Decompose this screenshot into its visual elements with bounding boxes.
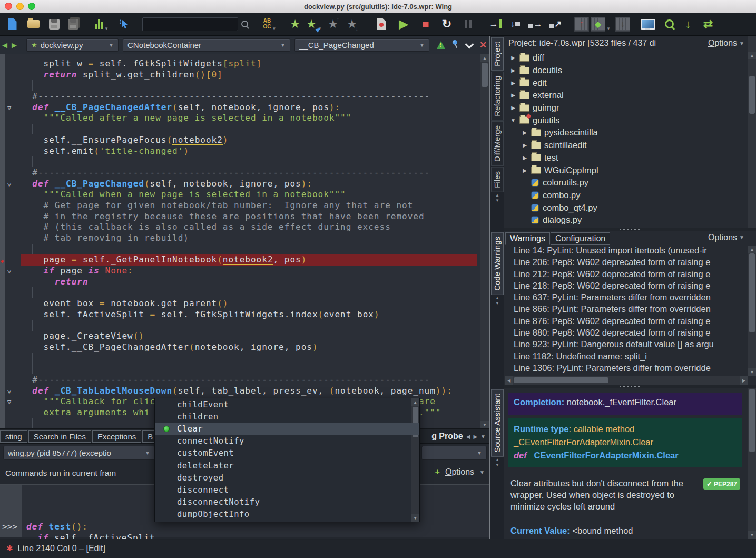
scroll-down-icon[interactable]: ▼ (748, 531, 756, 539)
code-line[interactable] (21, 80, 477, 91)
frame-up-icon[interactable]: ↑ (574, 16, 590, 33)
expand-arrow-icon[interactable]: ▶ (521, 130, 528, 135)
editor-scrollbar-thumb[interactable] (482, 63, 488, 87)
dock-tab-project[interactable]: Project (491, 37, 504, 71)
completion-item[interactable]: deleteLater (155, 459, 419, 472)
code-line[interactable]: self.emit('title-changed') (21, 146, 477, 157)
warning-item[interactable]: Line 923: PyLint: Dangerous default valu… (505, 339, 748, 351)
warning-item[interactable]: Line 880: Pep8: W602 deprecated form of … (505, 328, 748, 339)
dock-tab-diff-merge[interactable]: Diff/Merge (491, 121, 504, 166)
fold-marker-icon[interactable]: ▽ (7, 179, 11, 190)
expand-arrow-icon[interactable]: ▶ (509, 55, 517, 61)
warning-item[interactable]: Line 218: Pep8: W602 deprecated form of … (505, 281, 748, 292)
step-out-icon[interactable]: → (527, 16, 543, 33)
add-icon[interactable]: + (435, 467, 440, 477)
toolbar-search-input[interactable] (142, 17, 238, 31)
runtime-type-link2[interactable]: _CEventFilterForAdapterMixin.Clear (514, 437, 653, 447)
tree-item[interactable]: ▶docutils (504, 64, 748, 77)
debug-target-dropdown[interactable]: wing.py (pid 85777) (exceptio ▼ (3, 446, 155, 460)
save-icon[interactable] (46, 16, 62, 33)
code-line[interactable]: # (this callback is also called as a sid… (21, 222, 477, 233)
completion-item[interactable]: Clear (155, 423, 419, 435)
code-line[interactable]: # tab removing in rebuild) (21, 233, 477, 244)
debug-console-icon[interactable] (640, 16, 656, 33)
collapse-icon[interactable] (465, 40, 474, 48)
completion-item[interactable]: childEvent (155, 398, 419, 410)
step-over-icon[interactable]: ↓ (507, 16, 523, 33)
expand-arrow-icon[interactable]: ▶ (521, 155, 528, 161)
tree-item[interactable]: ▶external (504, 89, 748, 102)
open-folder-icon[interactable] (25, 16, 41, 33)
expand-arrow-icon[interactable]: ▶ (509, 92, 517, 98)
expand-arrow-icon[interactable]: ▼ (509, 118, 517, 123)
warning-item[interactable]: Line 206: Pep8: W602 deprecated form of … (505, 257, 748, 269)
expand-arrow-icon[interactable]: ▶ (521, 142, 528, 148)
bug-icon[interactable]: ✱ (6, 544, 13, 553)
step-into-icon[interactable]: → (487, 16, 503, 33)
frame-down-icon[interactable]: ↓ (615, 16, 631, 33)
code-line[interactable]: split_w = self._fGtkSplitWidgets[split] (21, 58, 477, 70)
tree-item[interactable]: ▶guimgr (504, 102, 748, 114)
code-line[interactable]: self.__CB_PageChangedAfter(notebook, ign… (21, 342, 477, 353)
close-icon[interactable]: ✕ (479, 41, 487, 50)
code-line[interactable] (21, 244, 477, 255)
code-line[interactable]: # in the registry because these are posi… (21, 211, 477, 222)
debug-file-icon[interactable] (374, 16, 389, 33)
assistant-scrollbar[interactable]: ▼ (748, 388, 756, 539)
warnings-scrollbar-thumb[interactable] (749, 253, 755, 332)
bookmark-next-icon[interactable]: ★↓ (344, 16, 360, 33)
tab-overflow-arrows[interactable]: ▲▼ (495, 193, 499, 203)
code-line[interactable] (21, 320, 477, 331)
code-line[interactable] (21, 124, 477, 135)
scroll-up-icon[interactable]: ▲ (480, 54, 489, 62)
back-icon[interactable]: ◀ (0, 42, 9, 48)
fold-marker-icon[interactable]: ▽ (7, 386, 11, 397)
breakpoint-icon[interactable]: ◆ (1, 256, 4, 267)
code-line[interactable]: ▽ def __CB_PageChangedAfter(self, notebo… (21, 102, 477, 113)
bookmark-add-icon[interactable]: ★ (287, 16, 303, 33)
profiler-icon[interactable]: ▼ (94, 16, 110, 33)
tab-overflow-arrows[interactable]: ▲▼ (495, 457, 499, 468)
goto-line-icon[interactable]: ↓ (680, 16, 696, 33)
code-line[interactable]: return split_w.get_children()[0] (21, 70, 477, 81)
completion-item[interactable]: disconnect (155, 484, 419, 496)
completion-item[interactable]: dumpObjectInfo (155, 508, 419, 521)
search-field[interactable] (142, 16, 248, 33)
debug-restart-icon[interactable]: ↻ (439, 16, 455, 33)
project-options-button[interactable]: Options (708, 38, 737, 48)
tree-item[interactable]: dialogs.py (504, 214, 748, 227)
scroll-down-icon[interactable]: ▼ (480, 421, 489, 428)
bottom-tab-exceptions[interactable]: Exceptions (92, 430, 141, 443)
warnings-scrollbar[interactable]: ▲ ▼ (748, 246, 756, 376)
warnings-hscrollbar-thumb[interactable] (514, 377, 608, 383)
dock-tab-files[interactable]: Files (491, 167, 504, 192)
code-line[interactable]: ▽ def _CB_TabLabelMouseDown(self, tab_la… (21, 386, 477, 397)
tab-scroll-left-icon[interactable]: ◀ (466, 434, 470, 439)
scroll-right-icon[interactable]: ▶ (740, 376, 748, 385)
scroll-down-icon[interactable]: ▼ (748, 368, 756, 376)
bottom-tab-sting[interactable]: sting (0, 430, 27, 443)
warnings-options-button[interactable]: Options (708, 233, 737, 242)
bottom-tab-search-in-files[interactable]: Search in Files (28, 430, 91, 443)
tree-item[interactable]: ▶pysidescintilla (504, 126, 748, 139)
fold-marker-icon[interactable]: ▽ (7, 266, 11, 277)
warning-item[interactable]: Line 876: Pep8: W602 deprecated form of … (505, 316, 748, 328)
completion-item[interactable]: destroyed (155, 472, 419, 484)
select-cursor-icon[interactable] (116, 16, 132, 33)
code-line[interactable]: return (21, 277, 477, 288)
bottom-options-button[interactable]: Options (445, 467, 474, 477)
new-file-icon[interactable] (4, 16, 20, 33)
debug-pause-icon[interactable] (460, 16, 476, 33)
warning-item[interactable]: Line 212: Pep8: W602 deprecated form of … (505, 269, 748, 281)
tree-item[interactable]: combo.py (504, 189, 748, 202)
dock-tab-refactoring[interactable]: Refactoring (491, 72, 504, 121)
completion-item[interactable]: connectNotify (155, 435, 419, 447)
code-line[interactable] (21, 156, 477, 168)
code-line[interactable]: """Called when a new page is selected in… (21, 189, 477, 200)
tree-item[interactable]: ▼guiutils (504, 114, 748, 126)
code-line[interactable] (21, 287, 477, 298)
expand-arrow-icon[interactable]: ▶ (509, 67, 517, 73)
tree-item[interactable]: combo_qt4.py (504, 201, 748, 214)
class-dropdown[interactable]: CNotebookContainer ▼ (123, 38, 290, 52)
code-editor[interactable]: split_w = self._fGtkSplitWidgets[split] … (0, 54, 489, 428)
